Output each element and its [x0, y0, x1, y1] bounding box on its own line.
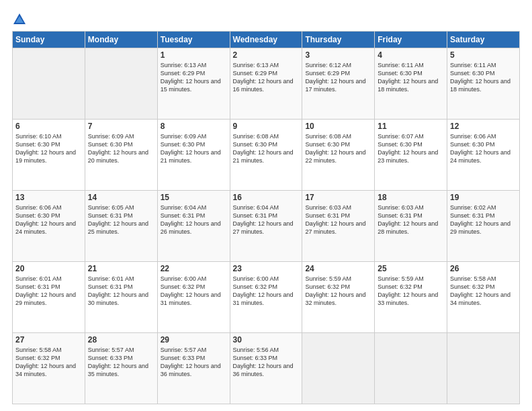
- day-info: Sunrise: 6:01 AM Sunset: 6:31 PM Dayligh…: [15, 275, 82, 308]
- calendar-week-3: 20Sunrise: 6:01 AM Sunset: 6:31 PM Dayli…: [13, 262, 520, 333]
- calendar-cell: 13Sunrise: 6:06 AM Sunset: 6:30 PM Dayli…: [13, 191, 85, 262]
- day-number: 28: [88, 335, 154, 345]
- weekday-header-thursday: Thursday: [302, 32, 375, 48]
- day-number: 12: [450, 122, 517, 131]
- calendar-cell: 16Sunrise: 6:04 AM Sunset: 6:31 PM Dayli…: [230, 191, 302, 262]
- weekday-header-monday: Monday: [85, 32, 157, 48]
- day-number: 30: [233, 335, 300, 345]
- header: [12, 12, 520, 27]
- day-number: 1: [161, 50, 227, 60]
- calendar-cell: 9Sunrise: 6:08 AM Sunset: 6:30 PM Daylig…: [230, 120, 302, 191]
- day-number: 19: [450, 193, 517, 202]
- calendar-cell: 18Sunrise: 6:03 AM Sunset: 6:31 PM Dayli…: [375, 191, 447, 262]
- day-number: 24: [305, 264, 371, 273]
- day-info: Sunrise: 6:11 AM Sunset: 6:30 PM Dayligh…: [378, 61, 444, 94]
- day-info: Sunrise: 6:04 AM Sunset: 6:31 PM Dayligh…: [233, 203, 300, 236]
- calendar-cell: 10Sunrise: 6:08 AM Sunset: 6:30 PM Dayli…: [302, 120, 375, 191]
- day-number: 20: [15, 264, 82, 273]
- calendar-week-4: 27Sunrise: 5:58 AM Sunset: 6:32 PM Dayli…: [13, 333, 520, 404]
- day-info: Sunrise: 6:06 AM Sunset: 6:30 PM Dayligh…: [450, 132, 517, 165]
- day-number: 25: [378, 264, 444, 273]
- day-info: Sunrise: 6:01 AM Sunset: 6:31 PM Dayligh…: [88, 275, 154, 308]
- day-info: Sunrise: 6:07 AM Sunset: 6:30 PM Dayligh…: [378, 132, 444, 165]
- calendar-cell: 4Sunrise: 6:11 AM Sunset: 6:30 PM Daylig…: [375, 48, 447, 120]
- calendar-cell: 11Sunrise: 6:07 AM Sunset: 6:30 PM Dayli…: [375, 120, 447, 191]
- day-number: 6: [15, 122, 82, 131]
- logo-icon: [12, 12, 27, 27]
- day-number: 17: [305, 193, 371, 202]
- day-number: 11: [378, 122, 444, 131]
- calendar-cell: 15Sunrise: 6:04 AM Sunset: 6:31 PM Dayli…: [157, 191, 230, 262]
- day-number: 22: [161, 264, 227, 273]
- day-info: Sunrise: 6:04 AM Sunset: 6:31 PM Dayligh…: [161, 203, 227, 236]
- calendar-body: 1Sunrise: 6:13 AM Sunset: 6:29 PM Daylig…: [13, 48, 520, 404]
- day-info: Sunrise: 6:00 AM Sunset: 6:32 PM Dayligh…: [161, 275, 227, 308]
- day-info: Sunrise: 6:03 AM Sunset: 6:31 PM Dayligh…: [305, 203, 371, 236]
- calendar-week-0: 1Sunrise: 6:13 AM Sunset: 6:29 PM Daylig…: [13, 48, 520, 120]
- day-info: Sunrise: 6:00 AM Sunset: 6:32 PM Dayligh…: [233, 275, 300, 308]
- calendar: SundayMondayTuesdayWednesdayThursdayFrid…: [12, 31, 520, 404]
- day-number: 13: [15, 193, 82, 202]
- logo: [12, 12, 30, 27]
- day-info: Sunrise: 5:57 AM Sunset: 6:33 PM Dayligh…: [161, 346, 227, 379]
- calendar-week-1: 6Sunrise: 6:10 AM Sunset: 6:30 PM Daylig…: [13, 120, 520, 191]
- day-number: 21: [88, 264, 154, 273]
- day-info: Sunrise: 6:12 AM Sunset: 6:29 PM Dayligh…: [305, 61, 371, 94]
- calendar-cell: 5Sunrise: 6:11 AM Sunset: 6:30 PM Daylig…: [447, 48, 520, 120]
- day-number: 9: [233, 122, 300, 131]
- day-number: 14: [88, 193, 154, 202]
- calendar-cell: [85, 48, 157, 120]
- calendar-cell: [13, 48, 85, 120]
- weekday-header-row: SundayMondayTuesdayWednesdayThursdayFrid…: [13, 32, 520, 48]
- day-number: 4: [378, 50, 444, 60]
- day-number: 3: [305, 50, 371, 60]
- day-number: 29: [161, 335, 227, 345]
- calendar-cell: [375, 333, 447, 404]
- calendar-cell: 28Sunrise: 5:57 AM Sunset: 6:33 PM Dayli…: [85, 333, 157, 404]
- calendar-cell: 22Sunrise: 6:00 AM Sunset: 6:32 PM Dayli…: [157, 262, 230, 333]
- calendar-cell: 20Sunrise: 6:01 AM Sunset: 6:31 PM Dayli…: [13, 262, 85, 333]
- day-info: Sunrise: 5:59 AM Sunset: 6:32 PM Dayligh…: [305, 275, 371, 308]
- day-info: Sunrise: 6:13 AM Sunset: 6:29 PM Dayligh…: [233, 61, 300, 94]
- day-number: 7: [88, 122, 154, 131]
- day-number: 23: [233, 264, 300, 273]
- day-info: Sunrise: 6:03 AM Sunset: 6:31 PM Dayligh…: [378, 203, 444, 236]
- calendar-cell: 6Sunrise: 6:10 AM Sunset: 6:30 PM Daylig…: [13, 120, 85, 191]
- day-info: Sunrise: 6:08 AM Sunset: 6:30 PM Dayligh…: [305, 132, 371, 165]
- day-number: 5: [450, 50, 517, 60]
- calendar-cell: 27Sunrise: 5:58 AM Sunset: 6:32 PM Dayli…: [13, 333, 85, 404]
- day-number: 26: [450, 264, 517, 273]
- day-number: 18: [378, 193, 444, 202]
- day-info: Sunrise: 6:02 AM Sunset: 6:31 PM Dayligh…: [450, 203, 517, 236]
- day-info: Sunrise: 6:09 AM Sunset: 6:30 PM Dayligh…: [161, 132, 227, 165]
- day-number: 16: [233, 193, 300, 202]
- day-info: Sunrise: 5:59 AM Sunset: 6:32 PM Dayligh…: [378, 275, 444, 308]
- day-info: Sunrise: 6:05 AM Sunset: 6:31 PM Dayligh…: [88, 203, 154, 236]
- day-number: 8: [161, 122, 227, 131]
- day-info: Sunrise: 5:56 AM Sunset: 6:33 PM Dayligh…: [233, 346, 300, 379]
- day-info: Sunrise: 6:10 AM Sunset: 6:30 PM Dayligh…: [15, 132, 82, 165]
- day-info: Sunrise: 6:13 AM Sunset: 6:29 PM Dayligh…: [161, 61, 227, 94]
- calendar-cell: 24Sunrise: 5:59 AM Sunset: 6:32 PM Dayli…: [302, 262, 375, 333]
- day-info: Sunrise: 6:11 AM Sunset: 6:30 PM Dayligh…: [450, 61, 517, 94]
- calendar-cell: [302, 333, 375, 404]
- calendar-cell: 3Sunrise: 6:12 AM Sunset: 6:29 PM Daylig…: [302, 48, 375, 120]
- day-info: Sunrise: 6:06 AM Sunset: 6:30 PM Dayligh…: [15, 203, 82, 236]
- calendar-cell: 2Sunrise: 6:13 AM Sunset: 6:29 PM Daylig…: [230, 48, 302, 120]
- day-info: Sunrise: 6:08 AM Sunset: 6:30 PM Dayligh…: [233, 132, 300, 165]
- calendar-cell: 29Sunrise: 5:57 AM Sunset: 6:33 PM Dayli…: [157, 333, 230, 404]
- calendar-cell: 17Sunrise: 6:03 AM Sunset: 6:31 PM Dayli…: [302, 191, 375, 262]
- calendar-week-2: 13Sunrise: 6:06 AM Sunset: 6:30 PM Dayli…: [13, 191, 520, 262]
- day-info: Sunrise: 5:58 AM Sunset: 6:32 PM Dayligh…: [15, 346, 82, 379]
- calendar-cell: 12Sunrise: 6:06 AM Sunset: 6:30 PM Dayli…: [447, 120, 520, 191]
- calendar-header: SundayMondayTuesdayWednesdayThursdayFrid…: [13, 32, 520, 48]
- day-info: Sunrise: 5:58 AM Sunset: 6:32 PM Dayligh…: [450, 275, 517, 308]
- day-info: Sunrise: 5:57 AM Sunset: 6:33 PM Dayligh…: [88, 346, 154, 379]
- day-number: 10: [305, 122, 371, 131]
- calendar-cell: 14Sunrise: 6:05 AM Sunset: 6:31 PM Dayli…: [85, 191, 157, 262]
- calendar-cell: 7Sunrise: 6:09 AM Sunset: 6:30 PM Daylig…: [85, 120, 157, 191]
- weekday-header-saturday: Saturday: [447, 32, 520, 48]
- page: SundayMondayTuesdayWednesdayThursdayFrid…: [0, 0, 532, 411]
- day-number: 2: [233, 50, 300, 60]
- weekday-header-tuesday: Tuesday: [157, 32, 230, 48]
